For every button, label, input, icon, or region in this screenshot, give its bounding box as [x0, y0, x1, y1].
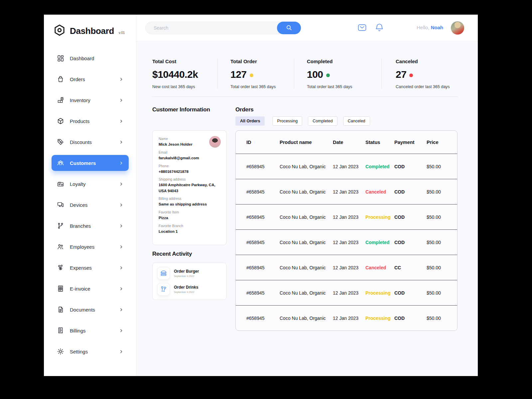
stats-divider: [152, 96, 458, 97]
activity-item-burger[interactable]: Order Burger September 9,2022: [157, 267, 221, 280]
sidebar-item-label: Devices: [70, 202, 87, 208]
sidebar-item-expenses[interactable]: Expenses: [52, 260, 129, 276]
field-value: 1600 Amphitcatre Parkway, CA, USA 94043: [159, 182, 217, 194]
field-label: Email: [159, 150, 221, 154]
invoice-icon: [56, 284, 65, 293]
cell-date: 12 Jan 2023: [333, 214, 365, 220]
cell-date: 12 Jan 2023: [333, 240, 365, 245]
field-value: +8801674421878: [159, 169, 217, 175]
stat-label: Total Cost: [152, 59, 217, 64]
sidebar-item-devices[interactable]: Devices: [52, 197, 129, 213]
customer-field-phone: Phone +8801674421878: [159, 164, 221, 175]
user-name: Noah: [431, 25, 444, 30]
search-button[interactable]: [277, 22, 301, 34]
sidebar-item-label: Expenses: [70, 265, 92, 271]
cell-payment: COD: [394, 189, 427, 195]
cell-price: $50.00: [427, 265, 457, 270]
table-row[interactable]: #658945 Coco Nu Lab, Organic 12 Jan 2023…: [236, 255, 457, 280]
main-content: Total Cost $10440.2k New cost last 365 d…: [136, 41, 478, 376]
cell-product-name: Coco Nu Lab, Organic: [280, 164, 333, 169]
sidebar-item-label: Dashboard: [70, 56, 94, 61]
field-value: Mick Jeson Holder: [159, 142, 217, 147]
activity-item-drinks[interactable]: Order Drinks September 9,2022: [157, 283, 221, 296]
cell-product-name: Coco Nu Lab, Organic: [280, 189, 333, 195]
cell-status: Processing: [365, 316, 394, 321]
tab-all-orders[interactable]: All Orders: [235, 116, 265, 126]
stat-subtext: Total order last 365 days: [307, 84, 381, 89]
activity-title: Order Burger: [174, 269, 199, 274]
field-value: Same as shipping address: [159, 201, 217, 207]
user-avatar[interactable]: [451, 21, 464, 35]
cell-product-name: Coco Nu Lab, Organic: [280, 290, 333, 296]
stat-value: 100: [307, 69, 323, 80]
sidebar-item-customers[interactable]: Customers: [52, 155, 129, 171]
chevron-right-icon: [119, 98, 123, 102]
table-row[interactable]: #658945 Coco Nu Lab, Organic 12 Jan 2023…: [236, 154, 457, 179]
expenses-coins-icon: [56, 263, 65, 272]
cell-status: Processing: [365, 290, 394, 296]
sidebar-item-loyalty[interactable]: Loyalty: [52, 176, 129, 192]
sidebar-item-dashboard[interactable]: Dashboard: [52, 50, 129, 66]
cell-product-name: Coco Nu Lab, Organic: [280, 240, 333, 245]
cell-status: Completed: [365, 240, 394, 245]
sidebar-item-orders[interactable]: Orders: [52, 71, 129, 87]
sidebar-item-label: Customers: [70, 160, 96, 166]
cell-price: $50.00: [427, 316, 457, 321]
stat-dot-green: [326, 73, 330, 77]
table-row[interactable]: #658945 Coco Nu Lab, Organic 12 Jan 2023…: [236, 229, 457, 255]
greeting: Hello, Noah: [417, 25, 443, 30]
sidebar-item-branches[interactable]: Branches: [52, 218, 129, 234]
shopping-bag-icon: [56, 75, 65, 83]
app-window: Dashboard v.01 Dashboard Orders Inventor…: [44, 15, 478, 376]
sidebar-item-products[interactable]: Products: [52, 113, 129, 129]
stat-subtext: New cost last 365 days: [152, 84, 217, 89]
stat-value: $10440.2k: [152, 69, 198, 80]
table-row[interactable]: #658945 Coco Nu Lab, Organic 12 Jan 2023…: [236, 204, 457, 229]
loyalty-card-icon: [56, 180, 65, 188]
tab-processing[interactable]: Processing: [272, 116, 302, 126]
cell-status: Processing: [365, 214, 394, 220]
col-header-date: Date: [333, 140, 365, 145]
cell-order-id: #658945: [246, 214, 280, 220]
tab-canceled[interactable]: Canceled: [343, 116, 370, 126]
sidebar-item-billings[interactable]: Billings: [52, 323, 129, 338]
cell-order-id: #658945: [246, 240, 280, 245]
mail-icon[interactable]: [357, 23, 367, 33]
stat-subtext: Total order last 365 days: [230, 84, 294, 89]
branches-icon: [56, 221, 65, 230]
field-value: farukalvi8@gmail.com: [159, 155, 217, 161]
dashboard-icon: [56, 54, 65, 63]
cell-status: Canceled: [365, 189, 394, 195]
sidebar-nav: Dashboard Orders Inventory Products Disc…: [52, 50, 129, 364]
cell-payment: COD: [394, 240, 427, 245]
customer-field-favorite-branch: Favorite Branch Location 1: [159, 224, 221, 234]
sidebar-item-label: Discounts: [70, 139, 92, 145]
sidebar-item-einvoice[interactable]: E-invoice: [52, 281, 129, 297]
sidebar-item-settings[interactable]: Settings: [52, 343, 129, 359]
tab-completed[interactable]: Completed: [308, 116, 337, 126]
burger-icon: [157, 267, 170, 280]
bell-icon[interactable]: [374, 23, 384, 33]
cell-order-id: #658945: [246, 265, 280, 270]
chevron-right-icon: [119, 308, 123, 312]
sidebar-item-employees[interactable]: Employees: [52, 239, 129, 255]
cell-status: Completed: [365, 164, 394, 169]
cell-date: 12 Jan 2023: [333, 164, 365, 169]
sidebar-item-label: Inventory: [70, 97, 90, 103]
cell-date: 12 Jan 2023: [333, 189, 365, 195]
table-row[interactable]: #658945 Coco Nu Lab, Organic 12 Jan 2023…: [236, 305, 457, 331]
table-row[interactable]: #658945 Coco Nu Lab, Organic 12 Jan 2023…: [236, 280, 457, 305]
cell-order-id: #658945: [246, 290, 280, 296]
cell-payment: COD: [394, 214, 427, 220]
table-row[interactable]: #658945 Coco Nu Lab, Organic 12 Jan 2023…: [236, 179, 457, 204]
sidebar-item-label: Settings: [70, 349, 88, 354]
sidebar-item-documents[interactable]: Documents: [52, 302, 129, 318]
stat-label: Total Order: [230, 59, 294, 64]
cell-payment: COD: [394, 316, 427, 321]
sidebar-item-inventory[interactable]: Inventory: [52, 92, 129, 108]
app-logo: Dashboard v.01: [53, 24, 125, 38]
sidebar-item-discounts[interactable]: Discounts: [52, 134, 129, 150]
sidebar-item-label: Orders: [70, 76, 85, 82]
search-input[interactable]: [146, 22, 277, 34]
cell-product-name: Coco Nu Lab, Organic: [280, 316, 333, 321]
